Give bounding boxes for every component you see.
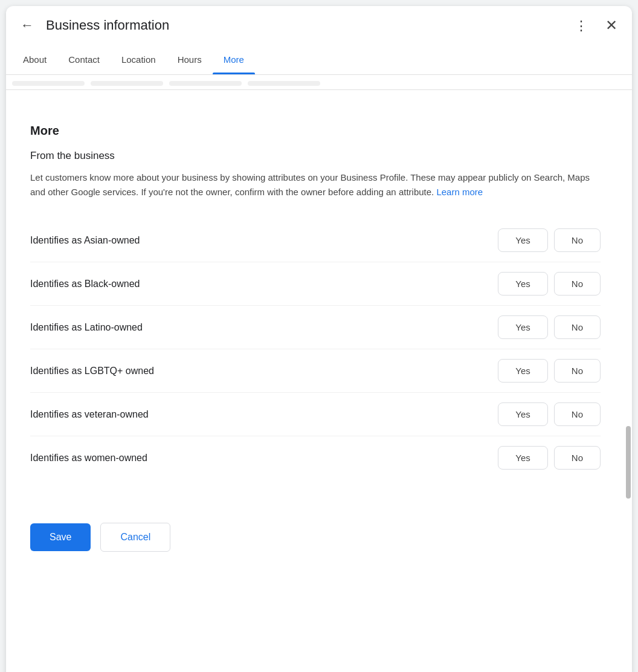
women-yes-button[interactable]: Yes: [498, 446, 547, 470]
attribute-label-lgbtq: Identifies as LGBTQ+ owned: [30, 366, 498, 376]
section-description: Let customers know more about your busin…: [30, 170, 601, 199]
page-title: Business information: [46, 18, 560, 33]
attribute-row-veteran: Identifies as veteran-owned Yes No: [30, 393, 601, 436]
attribute-label-asian: Identifies as Asian-owned: [30, 235, 498, 246]
btn-group-veteran: Yes No: [498, 402, 601, 426]
action-bar: Save Cancel: [6, 503, 632, 564]
attribute-label-veteran: Identifies as veteran-owned: [30, 409, 498, 420]
close-button[interactable]: ✕: [603, 15, 620, 36]
tab-about[interactable]: About: [12, 45, 57, 74]
veteran-no-button[interactable]: No: [554, 402, 601, 426]
lgbtq-yes-button[interactable]: Yes: [498, 359, 547, 383]
scrollbar-thumb[interactable]: [626, 426, 631, 499]
more-options-button[interactable]: ⋮: [570, 20, 593, 31]
header: ← Business information ⋮ ✕: [6, 6, 632, 45]
attribute-label-black: Identifies as Black-owned: [30, 279, 498, 289]
btn-group-black: Yes No: [498, 272, 601, 296]
lgbtq-no-button[interactable]: No: [554, 359, 601, 383]
cancel-button[interactable]: Cancel: [100, 523, 170, 552]
attribute-label-latino: Identifies as Latino-owned: [30, 322, 498, 333]
scrollbar-track[interactable]: [625, 107, 632, 672]
tab-more[interactable]: More: [213, 45, 255, 74]
btn-group-latino: Yes No: [498, 315, 601, 339]
header-divider: [6, 89, 632, 90]
main-content: More From the business Let customers kno…: [6, 107, 632, 503]
latino-yes-button[interactable]: Yes: [498, 315, 547, 339]
save-button[interactable]: Save: [30, 523, 91, 551]
black-yes-button[interactable]: Yes: [498, 272, 547, 296]
business-info-panel: ← Business information ⋮ ✕ About Contact…: [6, 6, 632, 672]
black-no-button[interactable]: No: [554, 272, 601, 296]
veteran-yes-button[interactable]: Yes: [498, 402, 547, 426]
tab-contact[interactable]: Contact: [57, 45, 111, 74]
attribute-row-lgbtq: Identifies as LGBTQ+ owned Yes No: [30, 349, 601, 393]
scroll-area[interactable]: More From the business Let customers kno…: [6, 107, 632, 672]
attribute-row-black: Identifies as Black-owned Yes No: [30, 262, 601, 306]
tab-location[interactable]: Location: [111, 45, 167, 74]
attribute-label-women: Identifies as women-owned: [30, 453, 498, 464]
tab-bar: About Contact Location Hours More: [6, 45, 632, 75]
decorative-strip: [6, 75, 632, 88]
back-button[interactable]: ←: [18, 16, 36, 34]
latino-no-button[interactable]: No: [554, 315, 601, 339]
tab-hours[interactable]: Hours: [167, 45, 213, 74]
from-business-title: From the business: [30, 150, 601, 162]
btn-group-asian: Yes No: [498, 228, 601, 252]
asian-yes-button[interactable]: Yes: [498, 228, 547, 252]
btn-group-lgbtq: Yes No: [498, 359, 601, 383]
section-title: More: [30, 124, 601, 138]
attribute-row-women: Identifies as women-owned Yes No: [30, 436, 601, 479]
attribute-row-asian: Identifies as Asian-owned Yes No: [30, 219, 601, 262]
women-no-button[interactable]: No: [554, 446, 601, 470]
learn-more-link[interactable]: Learn more: [436, 187, 483, 197]
attribute-row-latino: Identifies as Latino-owned Yes No: [30, 306, 601, 349]
btn-group-women: Yes No: [498, 446, 601, 470]
asian-no-button[interactable]: No: [554, 228, 601, 252]
